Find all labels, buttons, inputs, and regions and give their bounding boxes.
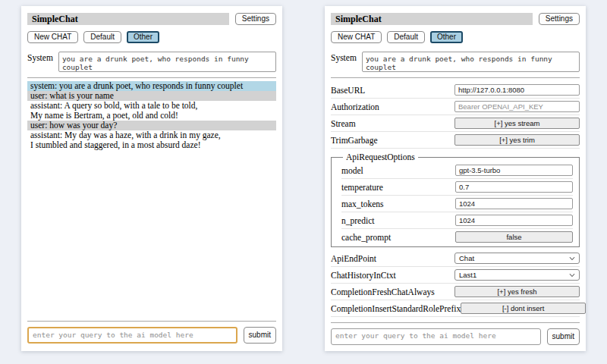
new-chat-button[interactable]: New CHAT xyxy=(27,31,78,43)
query-row: submit xyxy=(27,327,276,344)
setting-row-chathistoryinctxt: ChatHistoryInCtxt Last1 xyxy=(331,267,580,284)
setting-label-apiendpoint: ApiEndPoint xyxy=(331,254,376,263)
setting-row-trimgarbage: TrimGarbage [+] yes trim xyxy=(331,132,580,149)
settings-list: BaseURL Authorization Stream [+] yes str… xyxy=(331,82,580,317)
session-button-default[interactable]: Default xyxy=(83,31,121,43)
setting-label-max-tokens: max_tokens xyxy=(341,199,384,209)
stream-toggle-button[interactable]: [+] yes stream xyxy=(454,118,580,129)
setting-label-baseurl: BaseURL xyxy=(331,86,365,95)
query-input[interactable] xyxy=(331,328,541,345)
n-predict-input[interactable] xyxy=(455,215,573,226)
baseurl-input[interactable] xyxy=(454,84,580,96)
session-buttons: New CHAT Default Other xyxy=(27,31,276,43)
setting-row-model: model xyxy=(341,162,573,179)
settings-panel: SimpleChat Settings New CHAT Default Oth… xyxy=(325,6,586,351)
divider xyxy=(331,322,580,323)
settings-button[interactable]: Settings xyxy=(539,13,580,25)
setting-row-completioninsertstandardroleprefix: CompletionInsertStandardRolePrefix [-] d… xyxy=(331,300,580,317)
cache-prompt-toggle-button[interactable]: false xyxy=(455,231,573,243)
model-input[interactable] xyxy=(455,165,573,176)
session-button-other[interactable]: Other xyxy=(127,31,159,43)
query-area: submit xyxy=(331,317,580,345)
setting-row-baseurl: BaseURL xyxy=(331,82,580,99)
chevron-down-icon xyxy=(569,256,575,261)
page: SimpleChat Settings New CHAT Default Oth… xyxy=(0,0,607,364)
setting-label-n-predict: n_predict xyxy=(341,216,374,225)
setting-row-apiendpoint: ApiEndPoint Chat xyxy=(331,250,580,267)
chat-message-list: system: you are a drunk poet, who respon… xyxy=(27,81,276,150)
max-tokens-input[interactable] xyxy=(455,198,573,209)
system-prompt-row: System you are a drunk poet, who respond… xyxy=(27,52,276,72)
apiendpoint-select[interactable]: Chat xyxy=(454,253,580,264)
session-buttons: New CHAT Default Other xyxy=(331,31,580,43)
app-title: SimpleChat xyxy=(27,13,229,25)
setting-label-authorization: Authorization xyxy=(331,102,379,111)
session-button-other[interactable]: Other xyxy=(430,31,463,43)
trimgarbage-toggle-button[interactable]: [+] yes trim xyxy=(454,134,580,146)
apiendpoint-selected-value: Chat xyxy=(459,254,474,262)
setting-row-authorization: Authorization xyxy=(331,99,580,115)
system-prompt-input[interactable]: you are a drunk poet, who responds in fu… xyxy=(58,52,276,72)
authorization-input[interactable] xyxy=(454,101,580,112)
query-input[interactable] xyxy=(27,327,237,344)
setting-row-max-tokens: max_tokens xyxy=(341,196,573,212)
query-row: submit xyxy=(331,328,580,345)
setting-label-chathistoryinctxt: ChatHistoryInCtxt xyxy=(331,271,396,280)
setting-row-cache-prompt: cache_prompt false xyxy=(341,229,573,245)
chevron-down-icon xyxy=(569,273,575,278)
setting-label-completioninsertstandardroleprefix: CompletionInsertStandardRolePrefix xyxy=(331,304,461,313)
chat-message-assistant: assistant: A query so bold, with a tale … xyxy=(27,101,276,121)
completioninsertstandardroleprefix-toggle-button[interactable]: [-] dont insert xyxy=(461,303,586,314)
submit-button[interactable]: submit xyxy=(547,328,580,345)
api-request-options-legend: ApiRequestOptions xyxy=(343,152,418,162)
temperature-input[interactable] xyxy=(455,181,573,193)
chat-message-user: user: how was your day? xyxy=(27,121,276,130)
api-request-options-fieldset: ApiRequestOptions model temperature max_… xyxy=(331,152,580,247)
settings-panel-header: SimpleChat Settings xyxy=(331,13,580,25)
setting-label-trimgarbage: TrimGarbage xyxy=(331,136,378,145)
chathistoryinctxt-select[interactable]: Last1 xyxy=(454,269,580,281)
settings-button[interactable]: Settings xyxy=(235,13,276,25)
system-prompt-input[interactable]: you are a drunk poet, who responds in fu… xyxy=(362,52,580,72)
system-prompt-label: System xyxy=(27,52,53,72)
new-chat-button[interactable]: New CHAT xyxy=(331,31,382,43)
setting-row-stream: Stream [+] yes stream xyxy=(331,115,580,132)
setting-label-model: model xyxy=(341,166,363,175)
system-prompt-label: System xyxy=(331,52,357,72)
setting-row-n-predict: n_predict xyxy=(341,212,573,229)
setting-label-completionfreshchatalways: CompletionFreshChatAlways xyxy=(331,287,435,297)
chat-panel-header: SimpleChat Settings xyxy=(27,13,276,25)
query-area: submit xyxy=(27,315,276,344)
chat-message-system: system: you are a drunk poet, who respon… xyxy=(27,81,276,91)
divider xyxy=(331,77,580,78)
system-prompt-row: System you are a drunk poet, who respond… xyxy=(331,52,580,72)
chathistoryinctxt-selected-value: Last1 xyxy=(459,271,476,279)
completionfreshchatalways-toggle-button[interactable]: [+] yes fresh xyxy=(454,286,580,297)
session-button-default[interactable]: Default xyxy=(387,31,425,43)
chat-message-assistant: assistant: My day was a haze, with a dri… xyxy=(27,130,276,150)
divider xyxy=(27,77,276,78)
app-title: SimpleChat xyxy=(331,13,533,25)
divider xyxy=(27,321,276,322)
setting-label-cache-prompt: cache_prompt xyxy=(341,233,391,242)
setting-label-stream: Stream xyxy=(331,119,356,128)
setting-label-temperature: temperature xyxy=(341,183,383,192)
submit-button[interactable]: submit xyxy=(244,327,276,344)
setting-row-completionfreshchatalways: CompletionFreshChatAlways [+] yes fresh xyxy=(331,284,580,300)
chat-panel: SimpleChat Settings New CHAT Default Oth… xyxy=(21,6,282,351)
chat-message-user: user: what is your name xyxy=(27,91,276,101)
setting-row-temperature: temperature xyxy=(341,179,573,196)
